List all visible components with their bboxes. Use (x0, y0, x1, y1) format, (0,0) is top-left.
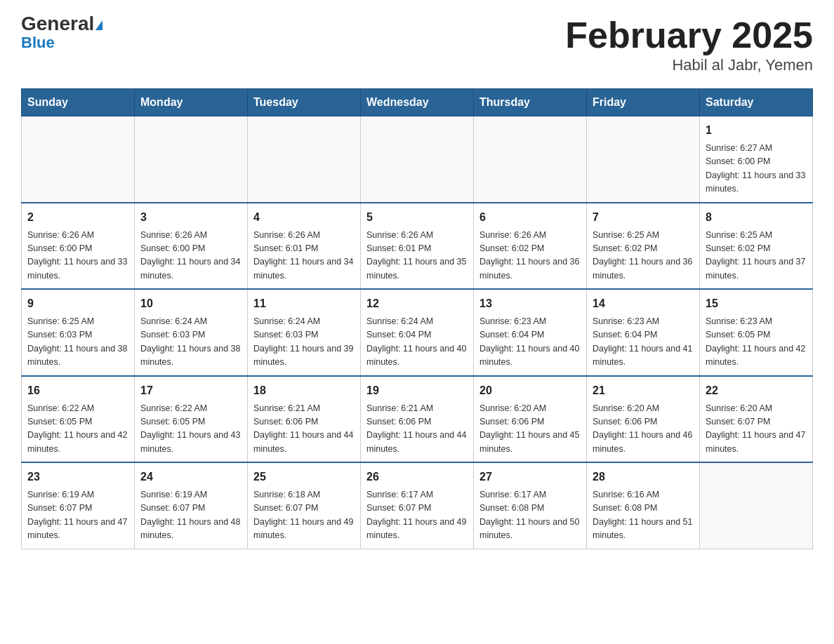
sun-info: Sunrise: 6:24 AMSunset: 6:03 PMDaylight:… (253, 315, 355, 370)
sun-info: Sunrise: 6:26 AMSunset: 6:00 PMDaylight:… (27, 229, 128, 283)
day-number: 19 (366, 382, 468, 399)
table-row (474, 116, 587, 203)
table-row: 22Sunrise: 6:20 AMSunset: 6:07 PMDayligh… (700, 376, 813, 463)
day-number: 18 (253, 382, 355, 399)
day-number: 24 (140, 469, 241, 485)
page-header: General Blue February 2025 Habil al Jabr… (21, 14, 813, 74)
table-row (587, 116, 700, 203)
sun-info: Sunrise: 6:26 AMSunset: 6:01 PMDaylight:… (253, 229, 355, 283)
day-number: 27 (479, 469, 581, 485)
table-row: 10Sunrise: 6:24 AMSunset: 6:03 PMDayligh… (135, 289, 248, 376)
logo: General Blue (21, 14, 102, 52)
sun-info: Sunrise: 6:19 AMSunset: 6:07 PMDaylight:… (27, 488, 128, 543)
col-monday: Monday (135, 89, 248, 116)
table-row: 16Sunrise: 6:22 AMSunset: 6:05 PMDayligh… (22, 376, 135, 463)
calendar-week-row: 1Sunrise: 6:27 AMSunset: 6:00 PMDaylight… (22, 116, 813, 203)
table-row (22, 116, 135, 203)
table-row (700, 462, 813, 549)
table-row: 28Sunrise: 6:16 AMSunset: 6:08 PMDayligh… (587, 462, 700, 549)
sun-info: Sunrise: 6:25 AMSunset: 6:02 PMDaylight:… (706, 229, 807, 283)
day-number: 20 (479, 382, 581, 399)
table-row: 11Sunrise: 6:24 AMSunset: 6:03 PMDayligh… (248, 289, 361, 376)
day-number: 21 (593, 382, 694, 399)
table-row (361, 116, 474, 203)
day-number: 5 (366, 209, 468, 226)
table-row: 18Sunrise: 6:21 AMSunset: 6:06 PMDayligh… (248, 376, 361, 463)
sun-info: Sunrise: 6:23 AMSunset: 6:04 PMDaylight:… (479, 315, 581, 370)
day-number: 11 (253, 295, 355, 312)
sun-info: Sunrise: 6:19 AMSunset: 6:07 PMDaylight:… (140, 488, 241, 543)
sun-info: Sunrise: 6:21 AMSunset: 6:06 PMDaylight:… (253, 402, 355, 457)
day-number: 28 (593, 469, 694, 485)
sun-info: Sunrise: 6:24 AMSunset: 6:04 PMDaylight:… (366, 315, 468, 370)
sun-info: Sunrise: 6:24 AMSunset: 6:03 PMDaylight:… (140, 315, 241, 370)
day-number: 14 (593, 295, 694, 312)
day-number: 12 (366, 295, 468, 312)
table-row: 4Sunrise: 6:26 AMSunset: 6:01 PMDaylight… (248, 203, 361, 290)
sun-info: Sunrise: 6:26 AMSunset: 6:02 PMDaylight:… (479, 229, 581, 283)
col-tuesday: Tuesday (248, 89, 361, 116)
table-row: 20Sunrise: 6:20 AMSunset: 6:06 PMDayligh… (474, 376, 587, 463)
table-row: 15Sunrise: 6:23 AMSunset: 6:05 PMDayligh… (700, 289, 813, 376)
col-thursday: Thursday (474, 89, 587, 116)
sun-info: Sunrise: 6:20 AMSunset: 6:07 PMDaylight:… (706, 402, 807, 457)
sun-info: Sunrise: 6:17 AMSunset: 6:07 PMDaylight:… (366, 488, 468, 543)
table-row: 13Sunrise: 6:23 AMSunset: 6:04 PMDayligh… (474, 289, 587, 376)
table-row: 14Sunrise: 6:23 AMSunset: 6:04 PMDayligh… (587, 289, 700, 376)
day-number: 6 (479, 209, 581, 226)
day-number: 13 (479, 295, 581, 312)
table-row: 1Sunrise: 6:27 AMSunset: 6:00 PMDaylight… (700, 116, 813, 203)
table-row: 6Sunrise: 6:26 AMSunset: 6:02 PMDaylight… (474, 203, 587, 290)
day-number: 3 (140, 209, 241, 226)
calendar-week-row: 16Sunrise: 6:22 AMSunset: 6:05 PMDayligh… (22, 376, 813, 463)
day-number: 10 (140, 295, 241, 312)
calendar-week-row: 2Sunrise: 6:26 AMSunset: 6:00 PMDaylight… (22, 203, 813, 290)
table-row: 8Sunrise: 6:25 AMSunset: 6:02 PMDaylight… (700, 203, 813, 290)
sun-info: Sunrise: 6:26 AMSunset: 6:00 PMDaylight:… (140, 229, 241, 283)
day-number: 2 (27, 209, 128, 226)
day-number: 23 (27, 469, 128, 485)
table-row: 2Sunrise: 6:26 AMSunset: 6:00 PMDaylight… (22, 203, 135, 290)
sun-info: Sunrise: 6:17 AMSunset: 6:08 PMDaylight:… (479, 488, 581, 543)
day-number: 26 (366, 469, 468, 485)
col-friday: Friday (587, 89, 700, 116)
title-block: February 2025 Habil al Jabr, Yemen (565, 14, 813, 74)
sun-info: Sunrise: 6:18 AMSunset: 6:07 PMDaylight:… (253, 488, 355, 543)
table-row (248, 116, 361, 203)
calendar-week-row: 9Sunrise: 6:25 AMSunset: 6:03 PMDaylight… (22, 289, 813, 376)
day-number: 17 (140, 382, 241, 399)
calendar-header-row: Sunday Monday Tuesday Wednesday Thursday… (22, 89, 813, 116)
calendar-subtitle: Habil al Jabr, Yemen (565, 56, 813, 74)
col-saturday: Saturday (700, 89, 813, 116)
day-number: 7 (593, 209, 694, 226)
day-number: 1 (706, 122, 807, 139)
calendar-week-row: 23Sunrise: 6:19 AMSunset: 6:07 PMDayligh… (22, 462, 813, 549)
table-row: 27Sunrise: 6:17 AMSunset: 6:08 PMDayligh… (474, 462, 587, 549)
calendar-title: February 2025 (565, 14, 813, 56)
table-row: 9Sunrise: 6:25 AMSunset: 6:03 PMDaylight… (22, 289, 135, 376)
table-row (135, 116, 248, 203)
sun-info: Sunrise: 6:16 AMSunset: 6:08 PMDaylight:… (593, 488, 694, 543)
table-row: 5Sunrise: 6:26 AMSunset: 6:01 PMDaylight… (361, 203, 474, 290)
day-number: 25 (253, 469, 355, 485)
logo-triangle-icon (95, 20, 102, 30)
day-number: 4 (253, 209, 355, 226)
table-row: 17Sunrise: 6:22 AMSunset: 6:05 PMDayligh… (135, 376, 248, 463)
sun-info: Sunrise: 6:23 AMSunset: 6:05 PMDaylight:… (706, 315, 807, 370)
sun-info: Sunrise: 6:27 AMSunset: 6:00 PMDaylight:… (706, 142, 807, 196)
table-row: 19Sunrise: 6:21 AMSunset: 6:06 PMDayligh… (361, 376, 474, 463)
logo-blue: Blue (21, 34, 55, 52)
table-row: 26Sunrise: 6:17 AMSunset: 6:07 PMDayligh… (361, 462, 474, 549)
sun-info: Sunrise: 6:25 AMSunset: 6:03 PMDaylight:… (27, 315, 128, 370)
table-row: 3Sunrise: 6:26 AMSunset: 6:00 PMDaylight… (135, 203, 248, 290)
calendar-table: Sunday Monday Tuesday Wednesday Thursday… (21, 88, 813, 549)
sun-info: Sunrise: 6:23 AMSunset: 6:04 PMDaylight:… (593, 315, 694, 370)
sun-info: Sunrise: 6:22 AMSunset: 6:05 PMDaylight:… (140, 402, 241, 457)
day-number: 22 (706, 382, 807, 399)
table-row: 25Sunrise: 6:18 AMSunset: 6:07 PMDayligh… (248, 462, 361, 549)
sun-info: Sunrise: 6:20 AMSunset: 6:06 PMDaylight:… (479, 402, 581, 457)
table-row: 7Sunrise: 6:25 AMSunset: 6:02 PMDaylight… (587, 203, 700, 290)
sun-info: Sunrise: 6:25 AMSunset: 6:02 PMDaylight:… (593, 229, 694, 283)
day-number: 15 (706, 295, 807, 312)
day-number: 9 (27, 295, 128, 312)
